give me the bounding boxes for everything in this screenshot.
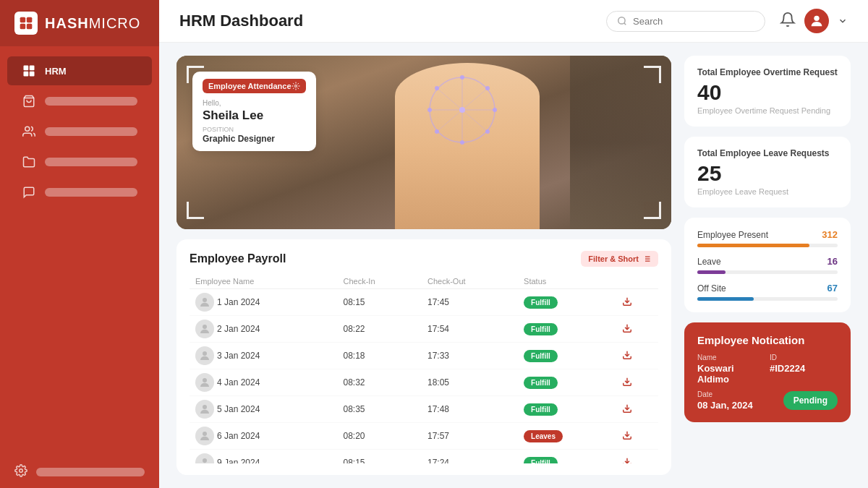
payroll-header: Employee Payroll Filter & Short bbox=[190, 251, 658, 267]
download-icon[interactable] bbox=[622, 404, 632, 416]
notification-date-value: 08 Jan, 2024 bbox=[697, 400, 753, 411]
pending-button[interactable]: Pending bbox=[783, 391, 838, 410]
bag-icon bbox=[22, 94, 36, 108]
svg-rect-1 bbox=[27, 17, 33, 23]
svg-rect-4 bbox=[24, 66, 29, 71]
settings-icon[interactable] bbox=[292, 82, 300, 90]
download-icon[interactable] bbox=[622, 297, 632, 309]
col-checkout: Check-Out bbox=[422, 274, 518, 289]
avatar bbox=[195, 400, 214, 419]
svg-rect-0 bbox=[20, 17, 26, 23]
status-badge: Fulfill bbox=[524, 457, 558, 464]
filter-button-label: Filter & Short bbox=[588, 254, 639, 263]
sidebar-item-leave[interactable] bbox=[7, 147, 152, 176]
sidebar-item-hrm-label: HRM bbox=[45, 66, 67, 77]
svg-point-47 bbox=[203, 458, 207, 463]
svg-point-9 bbox=[25, 127, 30, 131]
attendance-stat-row: Leave 16 bbox=[697, 256, 838, 274]
sidebar-item-employees-label bbox=[45, 127, 137, 136]
employee-name-cell: 1 Jan 2024 bbox=[195, 293, 332, 312]
sidebar-item-messages-label bbox=[45, 188, 137, 197]
attendance-popup: Employee Attendance Hello, Sheila Lee Po… bbox=[192, 72, 316, 151]
col-employee-name: Employee Name bbox=[190, 274, 338, 289]
right-panel: Total Employee Overtime Request 40 Emplo… bbox=[684, 56, 851, 475]
sidebar-item-messages[interactable] bbox=[7, 178, 152, 207]
filter-button[interactable]: Filter & Short bbox=[581, 251, 658, 267]
grid-icon bbox=[22, 64, 36, 78]
table-row: 3 Jan 2024 08:18 17:33 Fulfill bbox=[190, 343, 658, 369]
leave-sublabel: Employee Leave Request bbox=[697, 187, 838, 196]
progress-bar bbox=[697, 270, 838, 274]
download-icon[interactable] bbox=[622, 458, 632, 464]
attendance-stat-row: Employee Present 312 bbox=[697, 229, 838, 247]
svg-line-12 bbox=[624, 23, 626, 25]
main: HRM Dashboard bbox=[159, 0, 868, 488]
status-badge: Fulfill bbox=[524, 296, 558, 309]
search-bar[interactable] bbox=[606, 11, 765, 32]
employee-name-cell: 6 Jan 2024 bbox=[195, 427, 332, 445]
logo-text: HASHMICRO bbox=[45, 15, 140, 32]
leave-stats-card: Total Employee Leave Requests 25 Employe… bbox=[684, 137, 851, 207]
payroll-title: Employee Payroll bbox=[190, 252, 286, 265]
notification-name-block: Name Koswari Aldimo bbox=[697, 354, 765, 385]
table-row: 4 Jan 2024 08:32 18:05 Fulfill bbox=[190, 369, 658, 396]
table-row: 5 Jan 2024 08:35 17:48 Fulfill bbox=[190, 396, 658, 423]
notification-bell-icon[interactable] bbox=[780, 12, 796, 30]
sidebar-item-leave-label bbox=[45, 158, 137, 166]
attendance-popup-hello: Hello, bbox=[203, 99, 306, 107]
svg-point-20 bbox=[460, 140, 464, 145]
svg-point-24 bbox=[485, 129, 490, 134]
svg-point-41 bbox=[203, 378, 207, 382]
sidebar-settings[interactable] bbox=[0, 455, 159, 488]
notification-date-label: Date bbox=[697, 390, 753, 398]
attendance-popup-position-label: Position bbox=[203, 126, 306, 133]
sidebar-item-employees[interactable] bbox=[7, 117, 152, 146]
attendance-popup-header: Employee Attendance bbox=[203, 79, 306, 93]
search-input[interactable] bbox=[633, 16, 749, 27]
folder-icon bbox=[22, 155, 36, 169]
svg-point-37 bbox=[203, 325, 207, 329]
progress-fill bbox=[697, 244, 809, 247]
status-badge: Fulfill bbox=[524, 350, 558, 362]
svg-rect-5 bbox=[30, 66, 35, 71]
sidebar-item-payroll-label bbox=[45, 97, 137, 106]
attendance-popup-title: Employee Attendance bbox=[208, 82, 292, 90]
header: HRM Dashboard bbox=[159, 0, 868, 43]
notification-grid: Name Koswari Aldimo ID #ID2224 bbox=[697, 354, 838, 385]
header-icons bbox=[780, 9, 848, 33]
employee-name-cell: 5 Jan 2024 bbox=[195, 400, 332, 419]
avatar bbox=[195, 427, 214, 445]
avatar bbox=[195, 453, 214, 463]
sidebar-item-payroll[interactable] bbox=[7, 87, 152, 116]
employee-name-cell: 3 Jan 2024 bbox=[195, 346, 332, 365]
svg-point-26 bbox=[435, 129, 439, 134]
sidebar-logo: HASHMICRO bbox=[0, 0, 159, 46]
overtime-stats-card: Total Employee Overtime Request 40 Emplo… bbox=[684, 56, 851, 127]
overtime-sublabel: Employee Overtime Request Pending bbox=[697, 106, 838, 115]
sidebar-nav: HRM bbox=[0, 46, 159, 455]
col-action bbox=[616, 274, 658, 289]
svg-point-35 bbox=[203, 298, 207, 302]
svg-point-25 bbox=[485, 86, 490, 90]
download-icon[interactable] bbox=[622, 431, 632, 442]
payroll-table: Employee Name Check-In Check-Out Status bbox=[190, 274, 658, 463]
sidebar: HASHMICRO HRM bbox=[0, 0, 159, 488]
logo-icon bbox=[14, 12, 38, 35]
status-badge: Fulfill bbox=[524, 403, 558, 416]
svg-point-23 bbox=[435, 86, 439, 90]
svg-point-21 bbox=[427, 108, 432, 112]
user-avatar[interactable] bbox=[804, 9, 829, 33]
avatar bbox=[195, 320, 214, 338]
svg-point-13 bbox=[814, 16, 819, 21]
avatar bbox=[195, 293, 214, 312]
sidebar-item-hrm[interactable]: HRM bbox=[7, 56, 152, 85]
svg-point-22 bbox=[493, 108, 497, 112]
download-icon[interactable] bbox=[622, 377, 632, 389]
progress-bar bbox=[697, 244, 838, 247]
download-icon[interactable] bbox=[622, 351, 632, 362]
svg-point-45 bbox=[203, 432, 207, 436]
download-icon[interactable] bbox=[622, 324, 632, 335]
avatar bbox=[195, 346, 214, 365]
table-row: 1 Jan 2024 08:15 17:45 Fulfill bbox=[190, 289, 658, 316]
svg-point-11 bbox=[618, 17, 625, 24]
